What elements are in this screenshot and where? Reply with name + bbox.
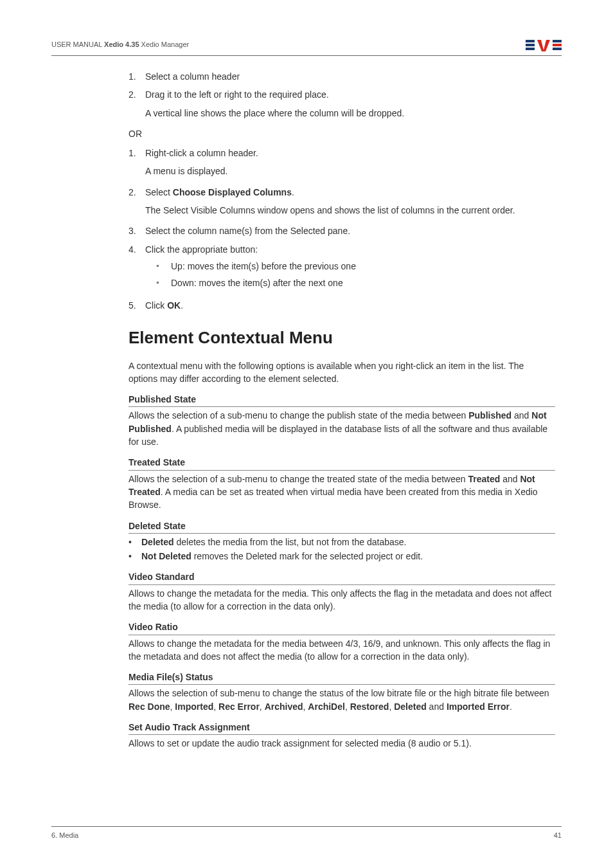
svg-rect-1 [526,44,535,46]
sub-heading: Deleted State [129,520,555,534]
bullet-icon: • [129,550,141,563]
list-text: Drag it to the left or right to the requ… [145,88,555,101]
text-span: Select [145,187,173,197]
list-text: Click OK. [145,299,555,312]
block-text: Allows to set or update the audio track … [129,737,555,750]
text-span: deletes the media from the list, but not… [174,537,407,547]
bold-span: Published [468,410,511,420]
media-file-status-block: Media File(s) Status Allows the selectio… [129,671,555,713]
block-text: Allows the selection of a sub-menu to ch… [129,473,555,512]
text-span: , [389,701,394,712]
svg-rect-6 [553,48,562,50]
list-text: Not Deleted removes the Deleted mark for… [141,550,423,563]
sub-text: Up: moves the item(s) before the previou… [171,260,356,273]
list-number: 1. [129,147,145,159]
svg-marker-3 [537,40,550,51]
procedure-list-1: 1. Select a column header 2. Drag it to … [129,70,555,102]
text-span: . [292,187,294,197]
text-span: Allows the selection of a sub-menu to ch… [129,474,468,484]
text-span: Allows the selection of sub-menu to chan… [129,688,549,698]
bold-span: Rec Error [218,701,260,712]
header-title: USER MANUAL Xedio 4.35 Xedio Manager [51,40,189,50]
procedure-list-2c: 3. Select the column name(s) from the Se… [129,224,555,311]
sub-list: ∘ Up: moves the item(s) before the previ… [145,260,555,290]
bold-span: Treated [468,474,500,484]
content-area: 1. Select a column header 2. Drag it to … [129,70,562,750]
text-span: Allows the selection of a sub-menu to ch… [129,410,468,420]
list-number: 2. [129,88,145,101]
list-number: 3. [129,224,145,237]
list-text: Click the appropriate button: ∘ Up: move… [145,243,555,294]
bold-span: Deleted [394,701,427,712]
page-header: USER MANUAL Xedio 4.35 Xedio Manager [51,37,562,56]
text-span: . [181,300,183,311]
list-text: Select the column name(s) from the Selec… [145,224,555,237]
svg-rect-4 [553,40,562,42]
sub-list-item: ∘ Up: moves the item(s) before the previ… [145,260,555,273]
list-item: 2. Select Choose Displayed Columns. [129,186,555,199]
sub-list-item: ∘ Down: moves the item(s) after the next… [145,276,555,289]
bold-span: Deleted [141,537,174,547]
section-heading: Element Contextual Menu [129,326,555,350]
page-footer: 6. Media 41 [51,826,562,841]
list-item: 3. Select the column name(s) from the Se… [129,224,555,237]
procedure-list-2: 1. Right-click a column header. [129,147,555,159]
sub-heading: Video Standard [129,570,555,584]
svg-rect-0 [526,40,535,42]
bold-span: Rec Done [129,701,170,712]
procedure-list-2b: 2. Select Choose Displayed Columns. [129,186,555,199]
sub-heading: Published State [129,393,555,407]
text-span: and [500,474,520,484]
text-span: Click [145,300,167,311]
bold-span: ArchiDel [308,701,345,712]
block-text: Allows the selection of sub-menu to chan… [129,687,555,713]
text-span: and [427,701,447,712]
sub-heading: Treated State [129,456,555,470]
header-product: Xedio 4.35 [104,41,139,48]
list-number: 1. [129,70,145,83]
text-span: Click the appropriate button: [145,244,258,255]
header-suffix: Xedio Manager [139,41,190,48]
svg-rect-2 [526,48,535,50]
bold-span: Choose Displayed Columns [173,187,292,197]
or-separator: OR [129,127,555,140]
intro-paragraph: A contextual menu with the following opt… [129,359,555,386]
audio-track-block: Set Audio Track Assignment Allows to set… [129,721,555,750]
list-item: 1. Select a column header [129,70,555,83]
list-follow-text: A vertical line shows the place where th… [145,107,555,120]
list-item: 4. Click the appropriate button: ∘ Up: m… [129,243,555,294]
list-follow-text: The Select Visible Columns window opens … [145,204,555,217]
list-item: • Not Deleted removes the Deleted mark f… [129,550,555,563]
list-item: 2. Drag it to the left or right to the r… [129,88,555,101]
text-span: , [345,701,350,712]
sub-text: Down: moves the item(s) after the next o… [171,276,343,289]
sub-heading: Media File(s) Status [129,671,555,685]
bullet-icon: • [129,536,141,548]
footer-page-number: 41 [554,831,562,841]
block-text: Allows the selection of a sub-menu to ch… [129,409,555,448]
list-text: Select a column header [145,70,555,83]
bullet-icon: ∘ [155,260,171,273]
sub-heading: Video Ratio [129,620,555,635]
evs-logo [526,37,562,53]
bold-span: Not Deleted [141,551,191,561]
text-span: . A media can be set as treated when vir… [129,487,538,510]
sub-heading: Set Audio Track Assignment [129,721,555,735]
list-text: Deleted deletes the media from the list,… [141,536,406,548]
text-span: removes the Deleted mark for the selecte… [191,551,423,561]
list-follow-text: A menu is displayed. [145,165,555,177]
block-text: Allows to change the metadata for the me… [129,637,555,664]
header-prefix: USER MANUAL [51,41,104,48]
list-text: Right-click a column header. [145,147,555,159]
list-text: Select Choose Displayed Columns. [145,186,555,199]
list-item: 5. Click OK. [129,299,555,312]
text-span: , [260,701,265,712]
footer-section: 6. Media [51,831,78,841]
text-span: . [510,701,512,712]
list-number: 4. [129,243,145,294]
published-state-block: Published State Allows the selection of … [129,393,555,448]
bold-span: Imported Error [447,701,510,712]
treated-state-block: Treated State Allows the selection of a … [129,456,555,511]
bold-span: Imported [175,701,213,712]
video-ratio-block: Video Ratio Allows to change the metadat… [129,620,555,663]
